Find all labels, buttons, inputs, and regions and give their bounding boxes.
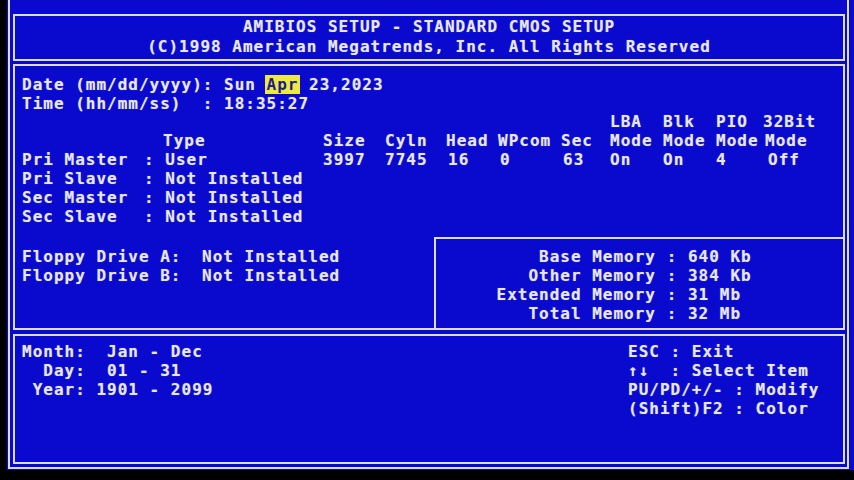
page-title: AMIBIOS SETUP - STANDARD CMOS SETUP — [13, 19, 845, 35]
col-blk-mode: Mode — [663, 133, 706, 149]
separator: : — [656, 247, 688, 266]
date-field[interactable]: Date (mm/dd/yyyy): Sun Apr 23,2023 — [22, 77, 384, 93]
date-day-year: 23,2023 — [298, 75, 383, 94]
floppy-a-value[interactable]: Not Installed — [202, 247, 340, 266]
col-blk: Blk — [663, 114, 695, 130]
table-row-sec-slave[interactable]: Sec Slave: Not Installed — [22, 209, 304, 225]
other-memory-label: Other Memory — [434, 268, 656, 284]
separator: : — [656, 304, 688, 323]
floppy-b-value[interactable]: Not Installed — [202, 266, 340, 285]
help-esc-exit: ESC : Exit — [628, 344, 734, 360]
col-pio: PIO — [716, 114, 748, 130]
extended-memory-label: Extended Memory — [434, 287, 656, 303]
total-memory-label: Total Memory — [434, 306, 656, 322]
other-memory-value: 384 Kb — [688, 266, 752, 285]
date-label: Date (mm/dd/yyyy): Sun — [22, 75, 267, 94]
date-month-selected[interactable]: Apr — [265, 75, 301, 94]
pri-master-sec[interactable]: 63 — [563, 152, 584, 168]
other-memory-row: Other Memory : 384 Kb — [434, 268, 752, 284]
copyright-line: (C)1998 American Megatrends, Inc. All Ri… — [13, 39, 845, 55]
col-32bit-mode: Mode — [765, 133, 808, 149]
floppy-a-label: Floppy Drive A: — [22, 249, 202, 265]
drive-label: Sec Master — [22, 190, 144, 206]
extended-memory-row: Extended Memory : 31 Mb — [434, 287, 741, 303]
col-size: Size — [323, 133, 366, 149]
col-type: Type — [163, 133, 206, 149]
col-cyln: Cyln — [385, 133, 428, 149]
drive-label: Pri Slave — [22, 171, 144, 187]
bios-setup-screen: AMIBIOS SETUP - STANDARD CMOS SETUP (C)1… — [0, 0, 854, 480]
pri-master-head[interactable]: 16 — [448, 152, 469, 168]
col-32bit: 32Bit — [763, 114, 816, 130]
drive-label: Pri Master — [22, 152, 144, 168]
separator: : — [144, 150, 165, 169]
total-memory-row: Total Memory : 32 Mb — [434, 306, 741, 322]
col-wpcom: WPcom — [498, 133, 551, 149]
floppy-b-label: Floppy Drive B: — [22, 268, 202, 284]
help-modify: PU/PD/+/- : Modify — [628, 382, 819, 398]
separator: : — [144, 188, 165, 207]
drive-type-value[interactable]: Not Installed — [165, 169, 303, 188]
col-head: Head — [446, 133, 489, 149]
col-sec: Sec — [561, 133, 593, 149]
separator: : — [144, 169, 165, 188]
pri-master-32bit-mode[interactable]: Off — [768, 152, 800, 168]
pri-master-pio-mode[interactable]: 4 — [716, 152, 727, 168]
pri-master-size[interactable]: 3997 — [323, 152, 366, 168]
floppy-b-row[interactable]: Floppy Drive B:Not Installed — [22, 268, 340, 284]
col-lba: LBA — [610, 114, 642, 130]
help-color: (Shift)F2 : Color — [628, 401, 809, 417]
legend-month-range: Month: Jan - Dec — [22, 344, 203, 360]
base-memory-row: Base Memory : 640 Kb — [434, 249, 752, 265]
separator: : — [144, 207, 165, 226]
legend-day-range: Day: 01 - 31 — [22, 363, 182, 379]
separator: : — [656, 285, 688, 304]
drive-type-value[interactable]: User — [165, 150, 208, 169]
base-memory-label: Base Memory — [434, 249, 656, 265]
col-lba-mode: Mode — [610, 133, 653, 149]
col-pio-mode: Mode — [716, 133, 759, 149]
floppy-a-row[interactable]: Floppy Drive A:Not Installed — [22, 249, 340, 265]
table-row-pri-master[interactable]: Pri Master: User — [22, 152, 208, 168]
pri-master-lba-mode[interactable]: On — [610, 152, 631, 168]
drive-type-value[interactable]: Not Installed — [165, 207, 303, 226]
pri-master-cyln[interactable]: 7745 — [385, 152, 428, 168]
drive-type-value[interactable]: Not Installed — [165, 188, 303, 207]
table-row-pri-slave[interactable]: Pri Slave: Not Installed — [22, 171, 304, 187]
help-select-item: ↑↓ : Select Item — [628, 363, 809, 379]
table-row-sec-master[interactable]: Sec Master: Not Installed — [22, 190, 304, 206]
legend-year-range: Year: 1901 - 2099 — [22, 382, 213, 398]
extended-memory-value: 31 Mb — [688, 285, 741, 304]
total-memory-value: 32 Mb — [688, 304, 741, 323]
pri-master-blk-mode[interactable]: On — [663, 152, 684, 168]
time-field[interactable]: Time (hh/mm/ss) : 18:35:27 — [22, 96, 309, 112]
base-memory-value: 640 Kb — [688, 247, 752, 266]
drive-label: Sec Slave — [22, 209, 144, 225]
pri-master-wpcom[interactable]: 0 — [500, 152, 511, 168]
separator: : — [656, 266, 688, 285]
